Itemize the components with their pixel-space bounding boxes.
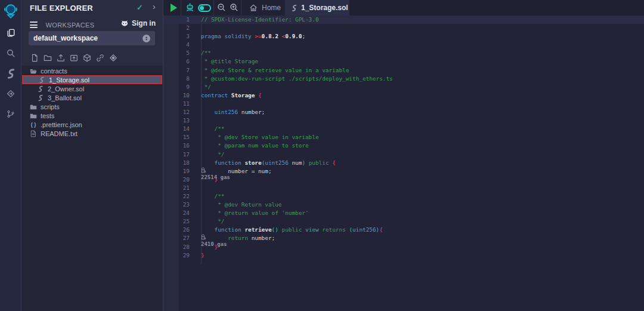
- upload-file-button[interactable]: [56, 53, 65, 62]
- editor-line[interactable]: 21: [163, 184, 644, 192]
- panel-title: FILE EXPLORER: [30, 4, 93, 13]
- tab-active-label: 1_Storage.sol: [301, 4, 348, 12]
- sign-in-button[interactable]: Sign in: [120, 19, 156, 27]
- file-tree-item-contracts[interactable]: contracts: [22, 66, 163, 75]
- editor-line[interactable]: 23 * @dev Return value: [163, 201, 644, 209]
- file-label: 1_Storage.sol: [49, 76, 89, 84]
- line-number: 22: [179, 192, 190, 201]
- editor-line[interactable]: 17 */: [163, 150, 644, 159]
- new-folder-button[interactable]: [43, 53, 52, 62]
- braces-icon: ( ): [30, 121, 37, 128]
- file-tree-item-readme-txt[interactable]: README.txt: [22, 129, 163, 138]
- line-number: 11: [179, 100, 190, 108]
- line-number: 29: [179, 251, 190, 260]
- tab-bar-empty: [349, 0, 644, 16]
- editor-line[interactable]: 1// SPDX-License-Identifier: GPL-3.0: [163, 16, 644, 24]
- line-number: 21: [179, 184, 190, 192]
- solidity-icon: [38, 76, 45, 84]
- editor-line[interactable]: 3pragma solidity >=0.8.2 <0.9.0;: [163, 32, 644, 41]
- editor-line[interactable]: 24 * @return value of 'number': [163, 209, 644, 217]
- editor-line[interactable]: 10contract Storage {: [163, 91, 644, 100]
- folder-open-icon: [30, 67, 37, 75]
- upload-file-icon: [57, 54, 65, 62]
- activity-solidity-compiler-icon[interactable]: [0, 63, 21, 84]
- file-label: tests: [41, 112, 54, 119]
- editor-line[interactable]: 26 function retrieve() public view retur…: [163, 226, 644, 234]
- code-text: * @return value of 'number': [201, 209, 309, 217]
- tab-home[interactable]: Home: [241, 0, 285, 16]
- editor-tab-bar: Home 1_Storage.sol ×: [163, 0, 644, 16]
- editor-line[interactable]: 8 * @custom:dev-run-script ./scripts/dep…: [163, 75, 644, 83]
- diamond-import-button[interactable]: [109, 53, 117, 62]
- line-number: 25: [179, 217, 190, 226]
- line-number: 18: [179, 159, 190, 167]
- editor-line[interactable]: 9 */: [163, 83, 644, 91]
- chevron-right-icon[interactable]: ›: [153, 2, 156, 11]
- activity-file-explorer-icon[interactable]: [0, 23, 21, 43]
- workspaces-menu-icon[interactable]: [30, 20, 38, 30]
- line-number: 2: [179, 24, 190, 32]
- file-tree-item-2-owner-sol[interactable]: 2_Owner.sol: [22, 84, 163, 93]
- github-icon: [120, 20, 129, 27]
- run-script-play-button[interactable]: [171, 4, 177, 12]
- editor-line[interactable]: 13: [163, 116, 644, 125]
- line-number: 27: [179, 234, 190, 242]
- editor-line[interactable]: 6 * @title Storage: [163, 57, 644, 66]
- file-explorer-panel: FILE EXPLORER ✓ › WORKSPACES Sign in def…: [22, 0, 163, 311]
- line-number: 6: [179, 57, 190, 66]
- file-tree-item-tests[interactable]: tests: [22, 111, 163, 120]
- link-import-button[interactable]: [95, 53, 104, 62]
- editor-line[interactable]: 28 }: [163, 243, 644, 251]
- ipfs-import-button[interactable]: [82, 53, 91, 62]
- remix-ai-icon[interactable]: [185, 2, 195, 13]
- line-number: 28: [179, 243, 190, 251]
- editor-line[interactable]: 20 }: [163, 175, 644, 184]
- activity-deploy-run-icon[interactable]: [0, 84, 21, 104]
- line-number: 14: [179, 125, 190, 133]
- editor-line[interactable]: 16 * @param num value to store: [163, 141, 644, 150]
- remix-logo-icon[interactable]: [0, 0, 21, 23]
- editor-line[interactable]: 15 * @dev Store value in variable: [163, 133, 644, 141]
- editor-line[interactable]: 22 /**: [163, 192, 644, 201]
- diamond-import-icon: [109, 54, 117, 62]
- file-tree-item--prettierrc-json[interactable]: ( ).prettierrc.json: [22, 120, 163, 129]
- line-number: 16: [179, 141, 190, 150]
- activity-git-icon[interactable]: [0, 104, 21, 124]
- code-text: }: [201, 251, 205, 260]
- editor-line[interactable]: 14 /**: [163, 125, 644, 133]
- zoom-out-icon[interactable]: [217, 3, 226, 12]
- tab-1-storage-sol[interactable]: 1_Storage.sol ×: [285, 0, 349, 16]
- editor-line[interactable]: 29}: [163, 251, 644, 260]
- code-editor[interactable]: 1// SPDX-License-Identifier: GPL-3.023pr…: [163, 16, 644, 311]
- remix-ide-window: FILE EXPLORER ✓ › WORKSPACES Sign in def…: [0, 0, 644, 311]
- file-tree-item-scripts[interactable]: scripts: [22, 102, 163, 111]
- code-text: * @dev Store & retrieve value in a varia…: [201, 66, 349, 75]
- upload-folder-button[interactable]: [69, 53, 78, 62]
- line-number: 24: [179, 209, 190, 217]
- editor-line[interactable]: 5/**: [163, 49, 644, 57]
- activity-bar: [0, 0, 21, 311]
- code-text: */: [201, 217, 225, 226]
- file-tree-item-1-storage-sol[interactable]: 1_Storage.sol: [22, 75, 162, 84]
- workspace-selected-value: default_workspace: [33, 34, 143, 42]
- editor-line[interactable]: 25 */: [163, 217, 644, 226]
- editor-line[interactable]: 7 * @dev Store & retrieve value in a var…: [163, 66, 644, 75]
- ai-copilot-toggle[interactable]: [198, 4, 211, 12]
- editor-line[interactable]: 12 uint256 number;: [163, 108, 644, 116]
- check-icon[interactable]: ✓: [137, 3, 143, 12]
- editor-line[interactable]: 2: [163, 24, 644, 32]
- workspace-select[interactable]: default_workspace ▲▼: [29, 31, 155, 45]
- code-text: * @param num value to store: [201, 141, 309, 150]
- editor-line[interactable]: 19 number = num;: [163, 167, 644, 175]
- file-label: 3_Ballot.sol: [48, 94, 82, 101]
- activity-search-icon[interactable]: [0, 43, 21, 63]
- code-text: */: [201, 83, 211, 91]
- new-file-button[interactable]: [30, 53, 39, 62]
- folder-icon: [30, 112, 37, 119]
- editor-line[interactable]: 18 function store(uint256 num) public {2…: [163, 159, 644, 167]
- editor-line[interactable]: 4: [163, 41, 644, 49]
- zoom-in-icon[interactable]: [230, 3, 239, 12]
- editor-line[interactable]: 27 return number;: [163, 234, 644, 242]
- file-tree-item-3-ballot-sol[interactable]: 3_Ballot.sol: [22, 93, 163, 102]
- editor-line[interactable]: 11: [163, 100, 644, 108]
